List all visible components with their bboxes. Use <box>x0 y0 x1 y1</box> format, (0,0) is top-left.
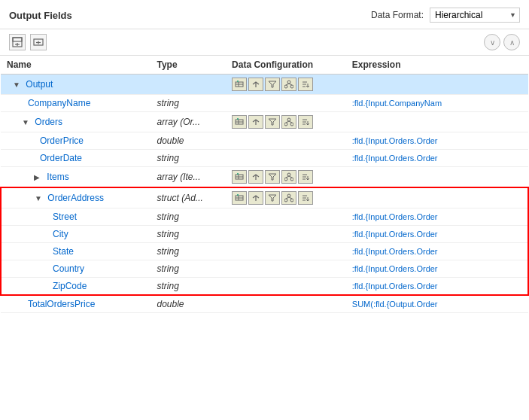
config-icon-branch[interactable] <box>281 170 296 184</box>
svg-line-23 <box>289 121 292 123</box>
toolbar-right: ∨ ∧ <box>484 34 520 50</box>
svg-line-32 <box>286 176 289 178</box>
table-row[interactable]: Country string :fld.{Input.Orders.Order <box>1 260 528 278</box>
field-name-orderdate[interactable]: OrderDate <box>40 153 82 163</box>
field-name-cell[interactable]: ▼ Orders <box>1 112 150 132</box>
table-row[interactable]: Street string :fld.{Input.Orders.Order <box>1 208 528 226</box>
svg-line-43 <box>289 197 292 199</box>
field-expression-cell: :fld.{Input.Orders.Order <box>346 260 528 278</box>
toggle-icon-orderaddress[interactable]: ▼ <box>35 194 44 202</box>
svg-point-10 <box>284 85 287 88</box>
field-name-cell[interactable]: Street <box>1 208 150 226</box>
data-format-select-wrapper[interactable]: HierarchicalFlat <box>430 8 520 23</box>
field-expression-cell: :fld.{Input.CompanyNam <box>346 95 528 112</box>
table-row[interactable]: TotalOrdersPrice double SUM(:fld.{Output… <box>1 295 528 313</box>
config-icon-filter[interactable] <box>265 191 280 205</box>
field-expression-cell <box>346 112 528 132</box>
config-icon-sort[interactable] <box>298 170 313 184</box>
table-row[interactable]: ZipCode string :fld.{Input.Orders.Order <box>1 278 528 296</box>
field-name-cell[interactable]: Country <box>1 260 150 278</box>
data-format-select[interactable]: HierarchicalFlat <box>430 8 520 23</box>
field-type-cell: array (Ite... <box>150 167 226 188</box>
add-group-button[interactable] <box>9 34 26 50</box>
field-name-orders[interactable]: Orders <box>35 117 62 127</box>
field-name-cell[interactable]: ▼ Output <box>1 75 150 95</box>
move-down-button[interactable]: ∨ <box>484 34 500 50</box>
toggle-icon-orders[interactable]: ▼ <box>22 118 31 126</box>
svg-rect-1 <box>13 38 22 41</box>
field-name-totalordersprice[interactable]: TotalOrdersPrice <box>28 299 95 309</box>
field-name-output[interactable]: Output <box>26 79 53 90</box>
table-row[interactable]: ▶ Items array (Ite... <box>1 167 528 188</box>
field-expression-cell: :fld.{Input.Orders.Order <box>346 132 528 150</box>
field-name-cell[interactable]: City <box>1 226 150 243</box>
field-name-street[interactable]: Street <box>53 212 77 222</box>
config-icon-filter[interactable] <box>265 170 280 184</box>
col-header-expression: Expression <box>346 56 528 75</box>
field-name-orderaddress[interactable]: OrderAddress <box>47 193 104 203</box>
config-icon-filter[interactable] <box>265 78 280 91</box>
field-config-cell <box>226 260 346 278</box>
field-name-cell[interactable]: ▼ OrderAddress <box>1 187 150 208</box>
table-row[interactable]: ▼ OrderAddress struct (Ad... <box>1 187 528 208</box>
field-name-companyname[interactable]: CompanyName <box>28 98 90 108</box>
toggle-icon-output[interactable]: ▼ <box>13 81 22 89</box>
table-row[interactable]: City string :fld.{Input.Orders.Order <box>1 226 528 243</box>
config-icon-branch[interactable] <box>281 78 296 91</box>
field-name-state[interactable]: State <box>53 246 74 257</box>
config-icon-map[interactable] <box>232 78 247 91</box>
svg-line-33 <box>289 176 292 178</box>
field-name-city[interactable]: City <box>53 229 68 239</box>
config-icons <box>232 191 340 205</box>
field-type-cell: array (Or... <box>150 112 226 132</box>
table-body: ▼ Output <box>1 75 528 313</box>
config-icon-split[interactable] <box>248 170 263 184</box>
config-icon-map[interactable] <box>232 170 247 184</box>
field-expression-cell <box>346 187 528 208</box>
field-type-cell: string <box>150 208 226 226</box>
table-row[interactable]: ▼ Output <box>1 75 528 95</box>
move-up-button[interactable]: ∧ <box>503 34 520 50</box>
config-icon-sort[interactable] <box>298 78 313 91</box>
field-name-country[interactable]: Country <box>53 263 84 274</box>
table-row[interactable]: OrderDate string :fld.{Input.Orders.Orde… <box>1 150 528 167</box>
config-icon-map[interactable] <box>232 115 247 129</box>
field-name-cell[interactable]: TotalOrdersPrice <box>1 295 150 313</box>
data-format-label: Data Format: <box>371 10 424 20</box>
table-row[interactable]: CompanyName string :fld.{Input.CompanyNa… <box>1 95 528 112</box>
toggle-icon-items[interactable]: ▶ <box>34 173 43 181</box>
table-row[interactable]: ▼ Orders array (Or... <box>1 112 528 132</box>
field-name-items[interactable]: Items <box>47 172 68 182</box>
config-icon-split[interactable] <box>248 115 263 129</box>
field-name-orderprice[interactable]: OrderPrice <box>40 135 84 146</box>
field-config-cell <box>226 112 346 132</box>
field-type-cell: string <box>150 278 226 296</box>
table-row[interactable]: State string :fld.{Input.Orders.Order <box>1 243 528 260</box>
field-name-zipcode[interactable]: ZipCode <box>53 281 87 291</box>
config-icon-sort[interactable] <box>298 191 313 205</box>
config-icon-branch[interactable] <box>281 115 296 129</box>
config-icon-split[interactable] <box>248 191 263 205</box>
config-icon-sort[interactable] <box>298 115 313 129</box>
field-name-cell[interactable]: CompanyName <box>1 95 150 112</box>
field-name-cell[interactable]: OrderDate <box>1 150 150 167</box>
config-icon-filter[interactable] <box>265 115 280 129</box>
field-config-cell <box>226 132 346 150</box>
table-container: Name Type Data Configuration Expression … <box>0 56 529 400</box>
field-name-cell[interactable]: ZipCode <box>1 278 150 296</box>
field-config-cell <box>226 278 346 296</box>
config-icon-branch[interactable] <box>281 191 296 205</box>
field-name-cell[interactable]: ▶ Items <box>1 167 150 188</box>
add-item-button[interactable] <box>30 34 47 50</box>
fields-table: Name Type Data Configuration Expression … <box>0 56 529 313</box>
svg-point-19 <box>287 118 290 121</box>
table-row[interactable]: OrderPrice double :fld.{Input.Orders.Ord… <box>1 132 528 150</box>
field-config-cell <box>226 187 346 208</box>
field-name-cell[interactable]: State <box>1 243 150 260</box>
field-name-cell[interactable]: OrderPrice <box>1 132 150 150</box>
config-icon-map[interactable] <box>232 191 247 205</box>
svg-point-29 <box>287 173 290 176</box>
svg-line-13 <box>289 84 292 85</box>
config-icon-split[interactable] <box>248 78 263 91</box>
field-expression-cell <box>346 75 528 95</box>
